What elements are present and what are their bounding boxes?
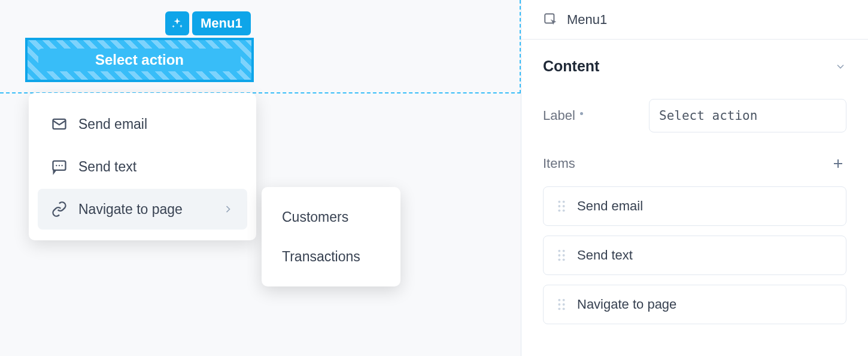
item-row-label: Send email	[577, 198, 643, 214]
menu-item-send-email[interactable]: Send email	[38, 104, 247, 144]
svg-point-15	[563, 254, 565, 257]
item-row-label: Navigate to page	[577, 297, 676, 312]
add-item-button[interactable]	[830, 155, 846, 172]
svg-point-11	[563, 209, 565, 212]
component-name-text: Menu1	[201, 16, 242, 31]
ai-sparkle-badge[interactable]	[165, 11, 189, 35]
chevron-down-icon	[834, 61, 846, 73]
svg-point-19	[563, 299, 565, 301]
svg-point-6	[558, 201, 560, 203]
inspector-header: Menu1	[521, 0, 868, 40]
inspector-title: Menu1	[567, 12, 607, 28]
label-field-row: Label	[543, 99, 846, 132]
select-action-label: Select action	[95, 52, 184, 68]
menu-item-navigate[interactable]: Navigate to page	[38, 189, 247, 230]
label-field-name: Label	[543, 108, 583, 123]
submenu-item-label: Transactions	[282, 249, 360, 265]
menu-item-label: Navigate to page	[78, 201, 183, 218]
drag-handle-icon[interactable]	[557, 298, 566, 311]
binding-indicator-dot	[580, 112, 583, 115]
menu-item-label: Send email	[78, 116, 147, 132]
submenu-item-transactions[interactable]: Transactions	[262, 237, 400, 276]
svg-point-9	[563, 205, 565, 207]
item-row-navigate[interactable]: Navigate to page	[543, 285, 846, 324]
component-name-badge[interactable]: Menu1	[192, 11, 251, 35]
item-row-send-text[interactable]: Send text	[543, 236, 846, 275]
chat-icon	[51, 158, 68, 175]
chevron-right-icon	[222, 203, 234, 215]
svg-point-2	[56, 165, 57, 166]
plus-icon	[831, 156, 845, 171]
menu-item-send-text[interactable]: Send text	[38, 146, 247, 187]
drag-handle-icon[interactable]	[557, 200, 566, 213]
items-heading: Items	[543, 156, 575, 171]
svg-point-20	[558, 303, 560, 306]
selected-menu-component[interactable]: Select action	[25, 38, 254, 82]
svg-point-18	[558, 299, 560, 301]
submenu-item-label: Customers	[282, 209, 348, 225]
item-row-send-email[interactable]: Send email	[543, 186, 846, 226]
svg-point-22	[558, 307, 560, 310]
svg-point-4	[62, 165, 63, 166]
canvas-area[interactable]: Menu1 Select action Send email	[0, 0, 521, 356]
menu-dropdown: Send email Send text Naviga	[29, 93, 256, 240]
svg-point-8	[558, 205, 560, 207]
select-action-button[interactable]: Select action	[38, 49, 241, 71]
item-row-label: Send text	[577, 248, 633, 263]
svg-point-7	[563, 201, 565, 203]
svg-point-13	[563, 250, 565, 252]
cursor-select-icon	[543, 12, 559, 28]
svg-point-3	[59, 165, 60, 166]
sparkle-icon	[171, 17, 184, 30]
content-section-title: Content	[543, 58, 599, 75]
svg-point-17	[563, 258, 565, 261]
label-input[interactable]	[649, 99, 846, 132]
svg-point-10	[558, 209, 560, 212]
svg-point-12	[558, 250, 560, 252]
component-badges: Menu1	[165, 11, 251, 35]
svg-point-21	[563, 303, 565, 306]
svg-point-16	[558, 258, 560, 261]
menu-item-label: Send text	[78, 159, 136, 175]
label-field-text: Label	[543, 108, 575, 123]
svg-point-23	[563, 307, 565, 310]
svg-point-14	[558, 254, 560, 257]
submenu-item-customers[interactable]: Customers	[262, 197, 400, 237]
content-section-header[interactable]: Content	[543, 58, 846, 75]
link-icon	[51, 201, 68, 218]
drag-handle-icon[interactable]	[557, 249, 566, 262]
items-header: Items	[543, 155, 846, 172]
inspector-panel: Menu1 Content Label Items	[521, 0, 868, 356]
menu-submenu: Customers Transactions	[262, 187, 400, 286]
mail-icon	[51, 116, 68, 132]
